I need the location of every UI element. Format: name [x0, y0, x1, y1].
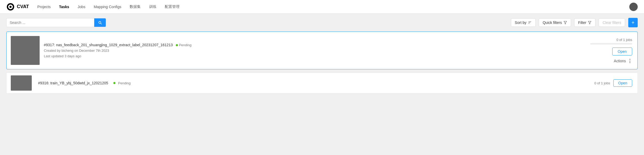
avatar[interactable] — [629, 3, 638, 11]
jobs-count: 0 of 1 jobs — [616, 38, 632, 42]
search-button[interactable] — [94, 18, 106, 27]
search-input[interactable] — [7, 18, 94, 27]
task-name: nas_feedback_201_shuangjing_1029_extract… — [56, 43, 173, 47]
clear-filters-label: Clear filters — [603, 20, 621, 25]
filter-label: Filter — [578, 20, 586, 25]
jobs-count: 0 of 1 jobs — [594, 81, 610, 85]
task-info: #9317: nas_feedback_201_shuangjing_1029_… — [44, 32, 585, 69]
actions-menu-icon[interactable]: ⋮ — [627, 59, 632, 63]
logo-text: CVAT — [17, 4, 29, 9]
task-status: Pending — [176, 43, 192, 47]
jobs-section: 0 of 1 jobs — [590, 38, 632, 44]
nav-mapping-configs[interactable]: Mapping Configs — [94, 4, 121, 10]
task-author: bicheng — [61, 49, 73, 53]
task-id: #9317 — [44, 43, 54, 47]
task-right: 0 of 1 jobs Open Actions ⋮ — [585, 32, 637, 69]
task-card: #9316: train_YB_ybj_50dwtd_jx_12021205 P… — [6, 73, 638, 94]
logo-icon — [6, 3, 15, 11]
open-button[interactable]: Open — [613, 79, 632, 87]
task-name: train_YB_ybj_50dwtd_jx_12021205 — [50, 81, 108, 85]
nav-config-management[interactable]: 配置管理 — [165, 3, 180, 10]
status-label: Pending — [179, 43, 192, 47]
task-updated: Last updated 3 days ago — [44, 54, 583, 58]
task-info: #9316: train_YB_ybj_50dwtd_jx_12021205 P… — [36, 73, 589, 93]
sort-by-button[interactable]: Sort by — [511, 18, 536, 27]
add-icon: + — [631, 20, 635, 26]
status-label: Pending — [118, 81, 131, 85]
nav-jobs[interactable]: Jobs — [78, 4, 86, 10]
nav-projects[interactable]: Projects — [37, 4, 51, 10]
task-created: Created by bicheng on December 7th 2023 — [44, 49, 583, 53]
task-card: #9317: nas_feedback_201_shuangjing_1029_… — [6, 32, 638, 69]
task-updated-time: 3 days ago — [65, 54, 81, 58]
logo[interactable]: CVAT — [6, 3, 29, 11]
svg-marker-6 — [564, 21, 567, 24]
actions-row: Actions ⋮ — [614, 59, 632, 63]
navbar: CVAT Projects Tasks Jobs Mapping Configs… — [0, 0, 644, 14]
nav-datasets[interactable]: 数据集 — [130, 3, 141, 10]
svg-point-2 — [9, 6, 12, 8]
task-title: #9317: nas_feedback_201_shuangjing_1029_… — [44, 43, 583, 47]
status-dot — [113, 82, 115, 84]
toolbar: Sort by Quick filters Filter Clear filte… — [0, 14, 644, 32]
search-wrap — [6, 18, 106, 27]
filter-funnel-icon — [563, 21, 567, 24]
quick-filters-label: Quick filters — [543, 20, 562, 25]
task-thumbnail — [11, 75, 32, 91]
task-title: #9316: train_YB_ybj_50dwtd_jx_12021205 — [38, 81, 108, 85]
progress-bar — [590, 43, 632, 44]
content: #9317: nas_feedback_201_shuangjing_1029_… — [0, 32, 644, 100]
status-dot — [176, 44, 178, 46]
actions-label[interactable]: Actions — [614, 59, 626, 63]
filter-icon — [588, 21, 592, 24]
nav-training[interactable]: 训练 — [149, 3, 156, 10]
sort-icon — [528, 21, 532, 24]
filter-button[interactable]: Filter — [574, 18, 595, 27]
sort-by-label: Sort by — [515, 20, 526, 25]
open-button[interactable]: Open — [612, 48, 632, 55]
svg-marker-7 — [588, 21, 591, 24]
clear-filters-button[interactable]: Clear filters — [599, 18, 625, 27]
task-thumbnail — [11, 36, 40, 65]
search-icon — [98, 20, 102, 25]
task-right: 0 of 1 jobs Open — [589, 73, 637, 93]
quick-filters-button[interactable]: Quick filters — [539, 18, 571, 27]
add-task-button[interactable]: + — [628, 18, 638, 27]
task-date: December 7th 2023 — [79, 49, 109, 53]
nav-tasks[interactable]: Tasks — [59, 4, 69, 10]
task-status: Pending — [113, 81, 131, 85]
task-id: #9316 — [38, 81, 48, 85]
